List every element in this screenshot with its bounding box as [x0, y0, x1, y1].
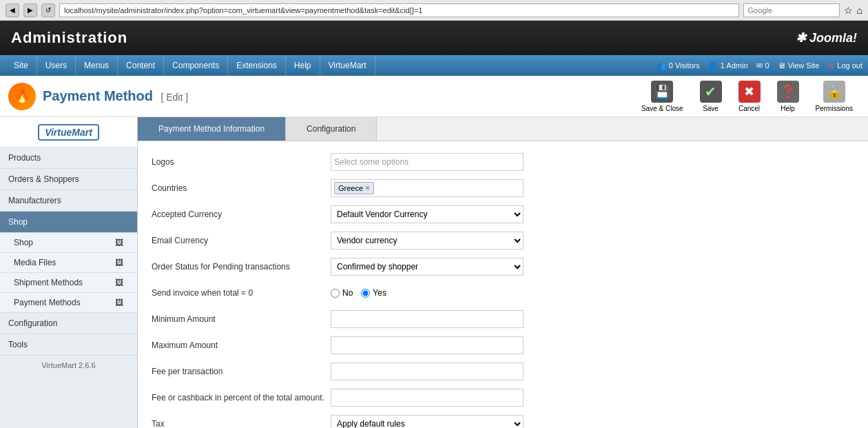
nav-item-components[interactable]: Components: [164, 55, 228, 76]
control-order-status: Confirmed by shopper Pending Cancelled: [331, 258, 524, 276]
radio-yes: Yes: [361, 288, 386, 298]
save-icon: ✔: [700, 81, 722, 103]
save-close-label: Save & Close: [641, 105, 683, 112]
sidebar: VirtueMart Products Orders & Shoppers Ma…: [0, 117, 138, 428]
sidebar-subitem-shop-icon: 🖼: [115, 238, 123, 247]
max-amount-input[interactable]: [331, 336, 524, 354]
form-row-min-amount: Minimum Amount: [152, 309, 854, 329]
label-accepted-currency: Accepted Currency: [152, 210, 331, 219]
sidebar-subitem-payment-methods[interactable]: Payment Methods 🖼: [0, 293, 137, 313]
tab-payment-method-info[interactable]: Payment Method Information: [138, 117, 286, 141]
order-status-select[interactable]: Confirmed by shopper Pending Cancelled: [331, 258, 524, 276]
form-row-email-currency: Email Currency Vendor currency EUR USD: [152, 231, 854, 250]
back-button[interactable]: ◀: [6, 3, 19, 17]
sidebar-subitem-payment-methods-label: Payment Methods: [14, 298, 81, 307]
control-logos: Select some options: [331, 153, 524, 171]
permissions-button[interactable]: 🔒 Permissions: [809, 77, 860, 116]
save-button[interactable]: ✔ Save: [693, 77, 729, 116]
sidebar-item-shop[interactable]: Shop: [0, 212, 137, 233]
visitors-count: 👥 0 Visitors: [657, 61, 700, 70]
fee-transaction-input[interactable]: [331, 363, 524, 380]
save-close-button[interactable]: 💾 Save & Close: [634, 77, 690, 116]
nav-item-extensions[interactable]: Extensions: [228, 55, 286, 76]
sidebar-item-manufacturers[interactable]: Manufacturers: [0, 190, 137, 212]
country-tag-greece: Greece ×: [334, 182, 374, 194]
nav-item-users[interactable]: Users: [37, 55, 76, 76]
sidebar-logo-area: VirtueMart: [0, 117, 137, 147]
label-email-currency: Email Currency: [152, 236, 331, 245]
sidebar-item-orders-shoppers[interactable]: Orders & Shoppers: [0, 169, 137, 190]
form-row-tax: Tax Apply default rules No tax Custom ta…: [152, 414, 854, 428]
label-countries: Countries: [152, 183, 331, 193]
help-button[interactable]: ❓ Help: [770, 77, 806, 116]
refresh-button[interactable]: ↺: [41, 3, 55, 17]
view-site-icon: 🖥: [778, 61, 785, 70]
form-row-logos: Logos Select some options: [152, 152, 854, 172]
content-area: VirtueMart Products Orders & Shoppers Ma…: [0, 117, 868, 428]
countries-input[interactable]: Greece ×: [331, 179, 524, 197]
radio-no-input[interactable]: [331, 289, 340, 298]
forward-button[interactable]: ▶: [23, 3, 37, 17]
form-row-max-amount: Maximum Amount: [152, 336, 854, 355]
page-header-left: 🔥 Payment Method [ Edit ]: [8, 83, 188, 110]
tab-configuration[interactable]: Configuration: [286, 117, 377, 141]
sidebar-subitem-shop[interactable]: Shop 🖼: [0, 233, 137, 253]
send-invoice-radio-group: No Yes: [331, 288, 524, 298]
nav-item-help[interactable]: Help: [286, 55, 320, 76]
radio-yes-input[interactable]: [361, 289, 370, 298]
sidebar-item-products-label: Products: [8, 153, 41, 163]
save-label: Save: [703, 105, 719, 112]
sidebar-subitem-payment-icon: 🖼: [115, 298, 123, 307]
email-currency-select[interactable]: Vendor currency EUR USD: [331, 232, 524, 249]
sidebar-version: VirtueMart 2.6.6: [0, 356, 137, 375]
label-send-invoice: Send invoice when total = 0: [152, 288, 331, 298]
sidebar-subitem-media-files-icon: 🖼: [115, 258, 123, 267]
sidebar-subitem-shop-label: Shop: [14, 238, 33, 247]
sidebar-item-products[interactable]: Products: [0, 147, 137, 169]
country-tag-greece-label: Greece: [338, 184, 363, 192]
label-fee-cashback: Fee or cashback in percent of the total …: [152, 393, 331, 402]
sidebar-item-configuration[interactable]: Configuration: [0, 313, 137, 334]
label-min-amount: Minimum Amount: [152, 314, 331, 324]
sidebar-item-manufacturers-label: Manufacturers: [8, 196, 61, 205]
url-bar[interactable]: [59, 3, 739, 17]
control-tax: Apply default rules No tax Custom tax: [331, 415, 524, 428]
control-send-invoice: No Yes: [331, 288, 524, 298]
browser-icon-home[interactable]: ⌂: [857, 5, 862, 16]
logos-input[interactable]: Select some options: [331, 153, 524, 171]
sidebar-item-orders-shoppers-label: Orders & Shoppers: [8, 174, 79, 184]
search-bar[interactable]: [743, 3, 840, 17]
cancel-button[interactable]: ✖ Cancel: [732, 77, 767, 116]
nav-item-content[interactable]: Content: [118, 55, 164, 76]
admin-count: 👤 1 Admin: [708, 61, 748, 70]
page-title: Payment Method: [43, 88, 153, 103]
view-site-link[interactable]: 🖥 View Site: [778, 61, 820, 70]
accepted-currency-select[interactable]: Default Vendor Currency EUR USD: [331, 205, 524, 223]
label-logos: Logos: [152, 157, 331, 167]
label-order-status: Order Status for Pending transactions: [152, 262, 331, 272]
form-row-order-status: Order Status for Pending transactions Co…: [152, 257, 854, 276]
nav-item-virtuemart[interactable]: VirtueMart: [320, 55, 375, 76]
logout-link[interactable]: ⚠ Log out: [827, 61, 862, 70]
sidebar-subitem-media-files[interactable]: Media Files 🖼: [0, 253, 137, 273]
browser-icon-star[interactable]: ☆: [844, 5, 853, 16]
toolbar: 💾 Save & Close ✔ Save ✖ Cancel ❓ Help 🔒 …: [634, 77, 860, 116]
fee-cashback-input[interactable]: [331, 389, 524, 407]
sidebar-item-tools-label: Tools: [8, 340, 28, 349]
min-amount-input[interactable]: [331, 310, 524, 328]
control-fee-cashback: [331, 389, 524, 407]
page-header: 🔥 Payment Method [ Edit ] 💾 Save & Close…: [0, 76, 868, 117]
content-tabs: Payment Method Information Configuration: [138, 117, 868, 141]
form-row-send-invoice: Send invoice when total = 0 No Yes: [152, 283, 854, 303]
nav-item-site[interactable]: Site: [6, 55, 37, 76]
sidebar-item-tools[interactable]: Tools: [0, 334, 137, 356]
country-tag-greece-remove[interactable]: ×: [365, 183, 370, 193]
help-icon: ❓: [777, 81, 799, 103]
control-email-currency: Vendor currency EUR USD: [331, 232, 524, 249]
admin-header: Administration ✱ Joomla!: [0, 21, 868, 55]
label-tax: Tax: [152, 419, 331, 428]
messages-count: ✉ 0: [756, 61, 769, 70]
nav-item-menus[interactable]: Menus: [76, 55, 118, 76]
tax-select[interactable]: Apply default rules No tax Custom tax: [331, 415, 524, 428]
sidebar-subitem-shipment-methods[interactable]: Shipment Methods 🖼: [0, 273, 137, 293]
